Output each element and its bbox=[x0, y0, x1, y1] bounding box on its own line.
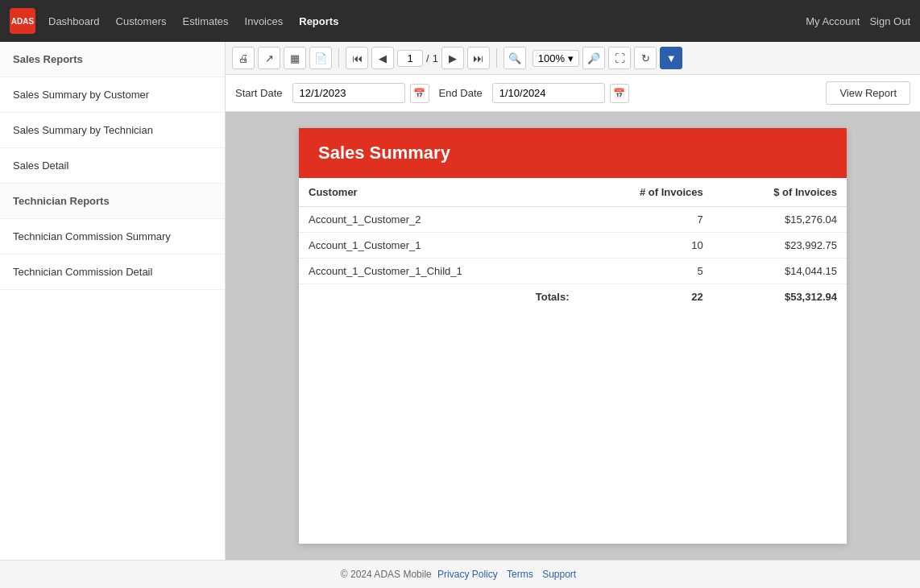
table-row: Account_1_Customer_1_Child_1 5 $14,044.1… bbox=[299, 259, 847, 284]
content-area: 🖨 ↗ ▦ 📄 ⏮ ◀ 1 / 1 ▶ ⏭ 🔍 100% ▾ 🔎 ⛶ ↻ ▼ bbox=[226, 42, 920, 560]
pdf-button[interactable]: 📄 bbox=[309, 47, 332, 69]
dollar-invoices: $15,276.04 bbox=[713, 207, 847, 233]
end-date-wrapper: 📅 bbox=[492, 83, 629, 103]
filter-bar: Start Date 📅 End Date 📅 View Report bbox=[226, 75, 920, 112]
totals-num: 22 bbox=[579, 284, 713, 310]
sidebar-item-sales-detail[interactable]: Sales Detail bbox=[0, 148, 225, 184]
footer-privacy-policy[interactable]: Privacy Policy bbox=[437, 569, 498, 580]
toggle-button[interactable]: ▦ bbox=[284, 47, 306, 69]
sidebar: Sales Reports Sales Summary by Customer … bbox=[0, 42, 226, 560]
main-container: Sales Reports Sales Summary by Customer … bbox=[0, 42, 920, 560]
start-date-calendar-button[interactable]: 📅 bbox=[410, 84, 429, 103]
nav-my-account[interactable]: My Account bbox=[806, 15, 860, 27]
prev-page-button[interactable]: ◀ bbox=[371, 47, 394, 69]
col-header-customer: Customer bbox=[299, 178, 579, 207]
sidebar-item-sales-summary-technician[interactable]: Sales Summary by Technician bbox=[0, 113, 225, 148]
logo: ADAS bbox=[10, 8, 35, 34]
sidebar-item-sales-reports[interactable]: Sales Reports bbox=[0, 42, 225, 77]
page-indicator: 1 / 1 bbox=[397, 50, 438, 67]
num-invoices: 7 bbox=[579, 207, 713, 233]
top-nav: ADAS Dashboard Customers Estimates Invoi… bbox=[0, 0, 920, 42]
report-content: Sales Summary Customer # of Invoices $ o… bbox=[226, 112, 920, 560]
report-title: Sales Summary bbox=[318, 143, 450, 163]
logo-text: ADAS bbox=[11, 17, 34, 26]
sidebar-item-commission-detail[interactable]: Technician Commission Detail bbox=[0, 255, 225, 290]
view-report-button[interactable]: View Report bbox=[826, 81, 910, 105]
dollar-invoices: $23,992.75 bbox=[713, 233, 847, 259]
toolbar-separator-2 bbox=[496, 48, 497, 68]
zoom-level: 100% bbox=[538, 52, 565, 64]
customer-name: Account_1_Customer_2 bbox=[299, 207, 579, 233]
page-separator: / bbox=[426, 52, 429, 64]
nav-links: Dashboard Customers Estimates Invoices R… bbox=[48, 15, 806, 27]
totals-dollar: $53,312.94 bbox=[713, 284, 847, 310]
nav-dashboard[interactable]: Dashboard bbox=[48, 15, 100, 27]
sidebar-item-technician-reports[interactable]: Technician Reports bbox=[0, 184, 225, 219]
nav-invoices[interactable]: Invoices bbox=[245, 15, 284, 27]
nav-customers[interactable]: Customers bbox=[116, 15, 167, 27]
filter-button[interactable]: ▼ bbox=[660, 47, 682, 69]
nav-reports[interactable]: Reports bbox=[299, 15, 338, 27]
start-date-wrapper: 📅 bbox=[292, 83, 429, 103]
end-date-label: End Date bbox=[439, 87, 483, 99]
num-invoices: 10 bbox=[579, 233, 713, 259]
zoom-search-button[interactable]: 🔎 bbox=[582, 47, 605, 69]
footer-copyright: © 2024 ADAS Mobile bbox=[341, 569, 432, 580]
first-page-button[interactable]: ⏮ bbox=[346, 47, 368, 69]
end-date-input[interactable] bbox=[492, 83, 605, 103]
footer-support[interactable]: Support bbox=[542, 569, 576, 580]
fullscreen-button[interactable]: ⛶ bbox=[608, 47, 631, 69]
end-date-calendar-button[interactable]: 📅 bbox=[610, 84, 629, 103]
toolbar: 🖨 ↗ ▦ 📄 ⏮ ◀ 1 / 1 ▶ ⏭ 🔍 100% ▾ 🔎 ⛶ ↻ ▼ bbox=[226, 42, 920, 75]
nav-estimates[interactable]: Estimates bbox=[182, 15, 228, 27]
col-header-num-invoices: # of Invoices bbox=[579, 178, 713, 207]
num-invoices: 5 bbox=[579, 259, 713, 284]
sidebar-item-commission-summary[interactable]: Technician Commission Summary bbox=[0, 219, 225, 255]
export-button[interactable]: ↗ bbox=[258, 47, 280, 69]
nav-sign-out[interactable]: Sign Out bbox=[869, 15, 910, 27]
footer-terms[interactable]: Terms bbox=[507, 569, 533, 580]
nav-right: My Account Sign Out bbox=[806, 15, 910, 27]
start-date-input[interactable] bbox=[292, 83, 405, 103]
totals-label: Totals: bbox=[299, 284, 579, 310]
table-row: Account_1_Customer_2 7 $15,276.04 bbox=[299, 207, 847, 233]
col-header-dollar-invoices: $ of Invoices bbox=[713, 178, 847, 207]
start-date-label: Start Date bbox=[235, 87, 283, 99]
zoom-selector[interactable]: 100% ▾ bbox=[533, 50, 579, 67]
totals-row: Totals: 22 $53,312.94 bbox=[299, 284, 847, 310]
customer-name: Account_1_Customer_1 bbox=[299, 233, 579, 259]
print-button[interactable]: 🖨 bbox=[232, 47, 255, 69]
footer: © 2024 ADAS Mobile Privacy Policy Terms … bbox=[0, 560, 920, 588]
customer-name: Account_1_Customer_1_Child_1 bbox=[299, 259, 579, 284]
report-card: Sales Summary Customer # of Invoices $ o… bbox=[299, 128, 847, 544]
refresh-button[interactable]: ↻ bbox=[634, 47, 657, 69]
last-page-button[interactable]: ⏭ bbox=[467, 47, 490, 69]
dollar-invoices: $14,044.15 bbox=[713, 259, 847, 284]
total-pages: 1 bbox=[433, 52, 438, 64]
next-page-button[interactable]: ▶ bbox=[441, 47, 464, 69]
table-row: Account_1_Customer_1 10 $23,992.75 bbox=[299, 233, 847, 259]
report-table: Customer # of Invoices $ of Invoices Acc… bbox=[299, 178, 847, 309]
sidebar-item-sales-summary-customer[interactable]: Sales Summary by Customer bbox=[0, 77, 225, 113]
zoom-chevron: ▾ bbox=[568, 52, 574, 64]
search-button[interactable]: 🔍 bbox=[504, 47, 526, 69]
toolbar-separator-1 bbox=[338, 48, 339, 68]
report-header: Sales Summary bbox=[299, 128, 847, 178]
current-page-input[interactable]: 1 bbox=[397, 50, 423, 67]
